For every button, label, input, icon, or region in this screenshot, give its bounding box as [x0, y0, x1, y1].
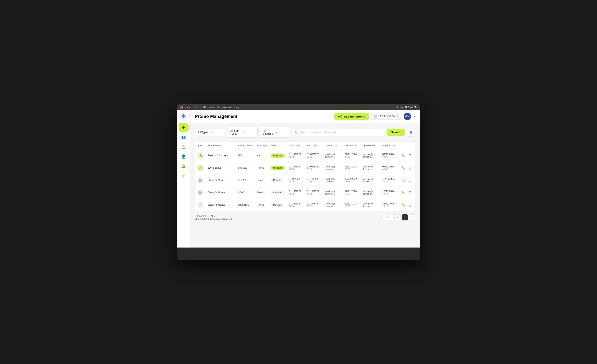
cell-updated-by: slav.luto@ domen.c...: [361, 149, 380, 162]
col-actions-header: [398, 142, 415, 149]
table-row: Cheer for Bonus india50 Reload Ended 01/…: [195, 174, 415, 186]
col-type-header: Type: [195, 142, 205, 149]
mac-menu-items: File Edit View Go Window Help: [195, 106, 239, 109]
col-updated-by-header: Updated By: [361, 142, 380, 149]
cell-updated-on: 12/11/2024 10:17: [380, 186, 398, 199]
table-row: Referral Campaign N/A N/A Ongoing 01/11/…: [195, 149, 415, 162]
cell-name: Cheer for Bonus: [205, 186, 236, 199]
page-title: Promo Management: [195, 114, 237, 119]
menu-file[interactable]: File: [195, 106, 199, 109]
edit-button[interactable]: ✏️: [400, 177, 406, 183]
sidebar-item-profile[interactable]: 👤: [179, 152, 188, 161]
promo-table: Type Promo Name Promo Codes Sub-Type Sta…: [195, 142, 415, 211]
copy-button[interactable]: 📋: [407, 190, 413, 195]
cell-type: [195, 162, 205, 174]
apple-menu[interactable]: 🍎: [180, 106, 183, 109]
copy-button[interactable]: 📋: [407, 153, 413, 158]
copy-button[interactable]: 📋: [407, 165, 413, 171]
row-type-icon: [197, 202, 204, 208]
sidebar-item-notifications[interactable]: 🔔: [179, 162, 188, 171]
sidebar-item-reports[interactable]: 📋: [179, 142, 188, 151]
row-type-icon: [197, 177, 204, 183]
clock-icon: 🕐: [374, 115, 377, 118]
status-filter-label: All Statuses: [263, 129, 274, 135]
cell-created-by: slav.luto@ domen.c...: [323, 174, 342, 186]
main-area: Promo Management + Create new promo 🕐 13…: [190, 110, 420, 248]
cell-name: Referral Campaign: [205, 149, 236, 162]
edit-button[interactable]: ✏️: [400, 153, 406, 158]
status-filter[interactable]: All Statuses ▼: [260, 127, 290, 137]
page-1-button[interactable]: 1: [402, 214, 408, 220]
cell-start-date: 01/11/2024 00:00: [287, 199, 305, 211]
status-badge: Inactive: [271, 203, 284, 207]
col-created-by-header: Created By: [323, 142, 342, 149]
sidebar-item-integrations[interactable]: ⚡: [179, 172, 188, 180]
app-container: › ⚙ 👥 📋 👤 🔔 ⚡ Promo Mana: [177, 110, 420, 248]
edit-button[interactable]: ✏️: [400, 165, 406, 171]
prev-page-button[interactable]: ‹: [394, 214, 401, 220]
menu-view[interactable]: View: [209, 106, 214, 109]
user-avatar[interactable]: GM: [404, 113, 411, 120]
cell-end-date: 01/01/2025 00:00: [305, 149, 323, 162]
status-badge: Inactive: [271, 190, 284, 195]
cell-subtype: Reload: [255, 186, 269, 199]
copy-button[interactable]: 📋: [407, 202, 413, 208]
mac-topbar-right: Sat Jun 10 9:41 AM: [396, 106, 417, 109]
cell-actions: ✏️ 📋: [398, 186, 415, 199]
subtype-filter[interactable]: All Sub-Types ▼: [227, 127, 258, 137]
cell-type: [195, 199, 205, 211]
cell-updated-by: slav.luto@ domen.c...: [361, 199, 380, 211]
type-filter[interactable]: All Types ▼: [195, 129, 225, 136]
cell-updated-on: 01/11/2024 00:00: [380, 162, 398, 174]
advanced-filter-button[interactable]: ⊟: [407, 128, 415, 136]
per-page-value: 20: [385, 216, 388, 219]
cell-created-by: slav.luto@ domen.c...: [323, 199, 342, 211]
sidebar-item-settings[interactable]: ⚙: [179, 123, 188, 132]
status-filter-chevron-icon: ▼: [276, 131, 287, 133]
cell-created-on: 12/11/2024 15:55: [343, 199, 361, 211]
mac-topbar: 🍎 Finder File Edit View Go Window Help S…: [177, 104, 420, 110]
time-chevron-icon: ▼: [397, 115, 399, 117]
cell-status: Ongoing: [269, 149, 287, 162]
menu-help[interactable]: Help: [235, 106, 240, 109]
row-type-icon: [197, 152, 204, 159]
edit-button[interactable]: ✏️: [400, 202, 406, 208]
cell-end-date: 01/01/2025 00:00: [305, 162, 323, 174]
status-badge: Ended: [271, 178, 283, 182]
user-menu-chevron-icon[interactable]: ▾: [414, 114, 415, 118]
type-filter-label: All Types: [198, 131, 209, 134]
next-page-button[interactable]: ›: [409, 214, 415, 220]
menu-go[interactable]: Go: [217, 106, 220, 109]
cell-created-on: 12/11/2024 15:55: [343, 186, 361, 199]
table-row: 200% Bonus secret11 Reload Ongoing 01/11…: [195, 162, 415, 174]
svg-line-3: [199, 167, 201, 169]
table-row: Cheer for Bonus reload100 Reload Inactiv…: [195, 199, 415, 211]
copy-button[interactable]: 📋: [407, 177, 413, 183]
sidebar-item-users[interactable]: 👥: [179, 133, 188, 142]
integrations-icon: ⚡: [181, 174, 186, 178]
cell-actions: ✏️ 📋: [398, 149, 415, 162]
settings-icon: ⚙: [182, 125, 185, 130]
create-promo-button[interactable]: + Create new promo: [334, 113, 369, 120]
per-page-select[interactable]: 20 ▼: [383, 215, 393, 220]
sidebar-collapse-button[interactable]: ›: [188, 113, 192, 117]
cell-codes: reload100: [236, 199, 255, 211]
search-box: 🔍 Search by name or promocode: [292, 129, 385, 136]
cell-actions: ✏️ 📋: [398, 199, 415, 211]
menu-edit[interactable]: Edit: [202, 106, 206, 109]
col-status-header: Status: [269, 142, 287, 149]
cell-type: [195, 186, 205, 199]
menu-window[interactable]: Window: [223, 106, 232, 109]
col-start-header: Start Date: [287, 142, 305, 149]
content-area: All Types ▼ All Sub-Types ▼ All Statuses…: [190, 123, 420, 248]
cell-subtype: Reload: [255, 174, 269, 186]
time-badge[interactable]: 🕐 13:34 (+02:00) ▼: [371, 113, 401, 120]
cell-created-on: 01/11/2024 00:00: [343, 162, 361, 174]
search-button[interactable]: Search: [387, 129, 405, 136]
last-updated-text: Last updated 22/02/2023 22:03:12: [195, 217, 232, 220]
time-value: 13:34 (+02:00): [378, 115, 395, 118]
cell-created-on: 12/22/2022 15:55: [343, 174, 361, 186]
edit-button[interactable]: ✏️: [400, 190, 406, 195]
cell-status: Ended: [269, 174, 287, 186]
cell-subtype: Reload: [255, 162, 269, 174]
